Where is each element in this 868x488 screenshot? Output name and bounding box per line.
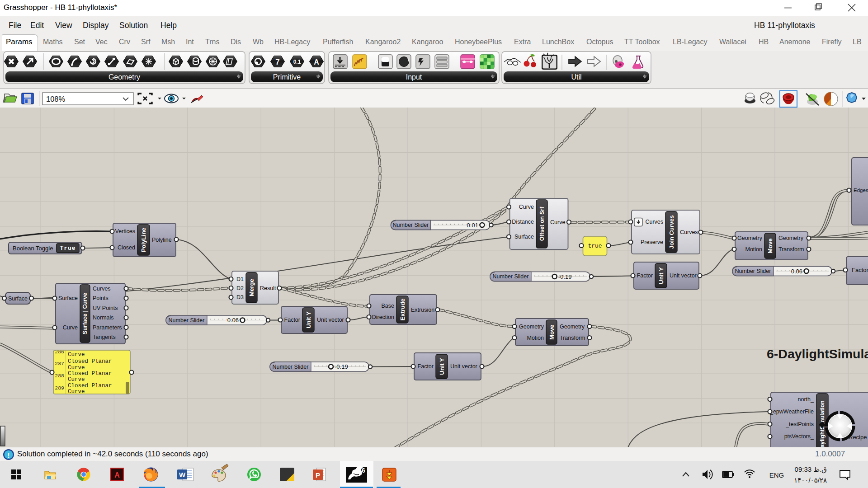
svg-text:Move: Move [548,324,555,339]
svg-text:Curves: Curves [93,286,111,292]
svg-text:Curve: Curve [63,324,78,331]
svg-text:Polyline: Polyline [152,237,172,243]
svg-text:Geometry: Geometry [108,73,140,81]
svg-text:0.06: 0.06 [791,268,802,275]
svg-text:Factor: Factor [852,267,868,273]
svg-text:D3: D3 [236,294,244,300]
svg-text:ENG: ENG [769,471,784,479]
svg-text:north_: north_ [798,396,814,403]
svg-text:Points: Points [93,295,108,301]
svg-text:UV Points: UV Points [93,305,118,311]
svg-text:Factor: Factor [284,317,300,323]
svg-text:Edges: Edges [854,188,868,193]
svg-text:۱۴۰۰/۰۵/۲۸: ۱۴۰۰/۰۵/۲۸ [794,476,827,484]
svg-text:Surface: Surface [58,295,78,301]
svg-text:Join Curves: Join Curves [668,215,675,249]
svg-text:108%: 108% [46,95,66,103]
svg-text:Number Slider: Number Slider [493,273,529,280]
svg-text:Factor: Factor [637,272,653,279]
svg-text:Unit Y: Unit Y [305,311,312,328]
svg-text:W: W [179,471,186,479]
svg-text:Curve: Curve [519,204,534,210]
svg-text:Transform: Transform [778,246,804,253]
svg-text:True: True [60,245,75,252]
svg-text:P: P [316,471,320,479]
svg-text:Unit vector: Unit vector [670,272,697,279]
svg-text:true: true [588,243,602,249]
svg-text:-0.19: -0.19 [558,273,572,280]
svg-text:Curve: Curve [550,219,565,225]
svg-text:Unit vector: Unit vector [450,363,477,370]
svg-text:Factor: Factor [418,363,434,370]
svg-text:Number Slider: Number Slider [169,317,205,324]
svg-text:Curves: Curves [680,229,698,235]
svg-text:A: A [314,58,319,66]
svg-text:Result: Result [260,285,276,291]
svg-text:Closed: Closed [118,244,135,251]
svg-text:Unit Y: Unit Y [439,358,445,375]
svg-text:Util: Util [571,73,581,81]
svg-text:Tangents: Tangents [93,334,116,340]
svg-text:Geometry: Geometry [778,235,804,241]
svg-text:Motion: Motion [527,335,544,341]
svg-text:Number Slider: Number Slider [273,364,309,370]
svg-text:D2: D2 [236,285,244,291]
svg-text:7: 7 [275,58,279,66]
svg-text:Parameters: Parameters [93,324,122,331]
svg-text:Unit vector: Unit vector [317,317,344,323]
svg-text:-0.19: -0.19 [335,363,348,370]
svg-text:_epwWeatherFile: _epwWeatherFile [769,408,814,415]
svg-text:Number Slider: Number Slider [735,268,771,274]
svg-text:ptsVectors_: ptsVectors_ [784,433,814,440]
svg-text:Offset on Srf: Offset on Srf [539,206,545,241]
svg-text:0.1: 0.1 [293,59,301,65]
svg-text:A: A [114,471,120,479]
svg-text:Curves: Curves [645,219,663,225]
svg-text:Input: Input [406,73,422,81]
svg-text:Transform: Transform [560,335,585,341]
svg-text:Motion: Motion [745,246,762,253]
svg-text:09:33 ق.ظ: 09:33 ق.ظ [795,465,827,474]
svg-text:Extrusion: Extrusion [411,307,434,313]
svg-text:PolyLine: PolyLine [140,228,147,252]
svg-text:Move: Move [767,238,774,253]
svg-text:Surface | Curve: Surface | Curve [82,293,88,334]
svg-text:Extrude: Extrude [399,299,406,320]
svg-text:Preserve: Preserve [641,239,663,245]
svg-text:Geometry: Geometry [737,235,763,241]
svg-text:_testPoints: _testPoints [785,421,814,427]
svg-text:Geometry: Geometry [560,324,585,330]
svg-text:0.06: 0.06 [227,317,239,324]
svg-text:Base: Base [382,303,395,309]
svg-text:Merge: Merge [248,279,255,296]
svg-text:6: 6 [362,467,365,474]
svg-text:D1: D1 [236,276,244,282]
svg-text:Vertices: Vertices [115,228,135,235]
svg-text:Boolean Toggle: Boolean Toggle [13,245,53,252]
svg-text:Number Slider: Number Slider [393,222,429,228]
svg-text:!: ! [8,451,10,459]
svg-text:Unit Y: Unit Y [658,267,665,284]
svg-text:Normals: Normals [93,314,114,321]
svg-text:Direction: Direction [372,314,394,320]
svg-text:Distance: Distance [512,219,534,225]
svg-text:Surface: Surface [8,296,28,302]
svg-text:Surface: Surface [514,234,534,240]
svg-text:Primitive: Primitive [273,73,301,81]
svg-text:Geometry: Geometry [519,324,544,330]
svg-text:6-DaylightSimulat: 6-DaylightSimulat [767,347,868,361]
svg-text:0.01: 0.01 [467,222,478,229]
